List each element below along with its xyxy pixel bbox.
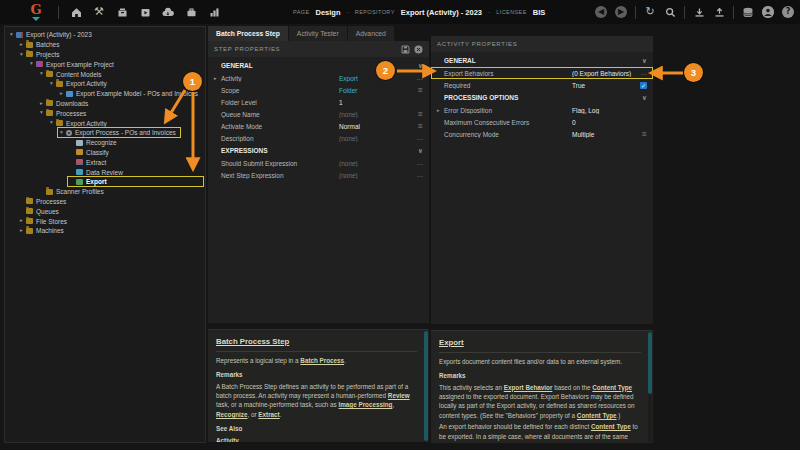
ellipsis-button[interactable]: … [637, 69, 647, 77]
tree-item-downloads[interactable]: ▸Downloads [5, 99, 205, 109]
help-link-batch-process[interactable]: Batch Process [300, 357, 344, 364]
scrollbar-thumb[interactable] [648, 332, 652, 394]
help-link-image-processing[interactable]: Image Processing [339, 401, 393, 408]
tab-advanced[interactable]: Advanced [348, 26, 394, 41]
help-link-extract[interactable]: Extract [258, 411, 279, 418]
section-processing-options[interactable]: PROCESSING OPTIONS∨ [431, 91, 653, 104]
tree-item-export-example-model-pos-and-invoices[interactable]: ▸Export Example Model - POs and Invoices [5, 89, 205, 99]
tree-item-extract[interactable]: Extract [5, 157, 205, 167]
caret-expanded-icon[interactable]: ▾ [18, 50, 25, 60]
section-general[interactable]: GENERAL∨ [208, 59, 429, 72]
tree-item-processes[interactable]: Processes [5, 197, 205, 207]
menu-icon[interactable]: ≡ [637, 130, 647, 138]
scrollbar-thumb[interactable] [424, 331, 428, 441]
property-value[interactable]: 1 [339, 99, 413, 106]
property-value[interactable]: Multiple [572, 131, 637, 138]
help-link-content-type[interactable]: Content Type [592, 384, 632, 391]
tree-item-export-example-project[interactable]: ▾Export Example Project [5, 59, 205, 69]
checkbox-checked-icon[interactable]: ✓ [640, 82, 647, 89]
caret-collapsed-icon[interactable]: ▸ [18, 40, 25, 50]
help-link-review[interactable]: Review [388, 392, 410, 399]
tree-item-projects[interactable]: ▾Projects [5, 50, 205, 60]
tree-item-export-activity-2023[interactable]: ▾Export (Activity) - 2023 [5, 30, 205, 40]
menu-icon[interactable]: ≡ [413, 110, 423, 118]
save-icon[interactable] [401, 45, 410, 54]
tree-item-export-process-pos-and-invoices[interactable]: ▾Export Process - POs and Invoices [5, 128, 205, 138]
caret-expanded-icon[interactable]: ▾ [48, 118, 55, 128]
property-value[interactable]: (none) [339, 172, 413, 179]
caret-collapsed-icon[interactable]: ▸ [58, 89, 65, 99]
ellipsis-button[interactable]: … [413, 74, 423, 82]
user-icon[interactable] [762, 6, 774, 18]
tree-item-classify[interactable]: Classify [5, 148, 205, 158]
property-row-scope[interactable]: ScopeFolder≡ [208, 84, 429, 96]
tree-item-processes[interactable]: ▾Processes [5, 108, 205, 118]
caret-expanded-icon[interactable]: ▾ [28, 59, 35, 69]
database-icon[interactable] [742, 6, 754, 18]
property-value[interactable]: Export [339, 75, 413, 82]
refresh-icon[interactable]: ↻ [644, 6, 656, 18]
property-value[interactable]: True [572, 82, 640, 89]
ellipsis-button[interactable]: … [413, 159, 423, 167]
property-row-export-behaviors[interactable]: Export Behaviors(0 Export Behaviors)… [431, 67, 653, 79]
section-collapse-icon[interactable]: ∨ [413, 147, 423, 155]
property-value[interactable]: Normal [339, 123, 413, 130]
back-icon[interactable]: ◀ [595, 6, 607, 18]
help-link-activity[interactable]: Activity [216, 437, 239, 442]
property-value[interactable]: Folder [339, 87, 413, 94]
design-tools-icon[interactable]: ⚒ [93, 6, 105, 18]
batches-icon[interactable] [116, 6, 128, 18]
forward-icon[interactable]: ▶ [615, 6, 627, 18]
tab-activity-tester[interactable]: Activity Tester [289, 26, 347, 41]
tree-item-data-review[interactable]: Data Review [5, 167, 205, 177]
ellipsis-button[interactable]: … [413, 171, 423, 179]
tree-item-export-activity[interactable]: ▾Export Activity [5, 118, 205, 128]
property-row-concurrency-mode[interactable]: Concurrency ModeMultiple≡ [431, 128, 653, 140]
help-icon[interactable]: ? [782, 6, 794, 18]
property-value[interactable]: (0 Export Behaviors) [572, 70, 637, 77]
tree-item-recognize[interactable]: Recognize [5, 138, 205, 148]
property-value[interactable]: 0 [572, 119, 637, 126]
tree-item-content-models[interactable]: ▾Content Models [5, 69, 205, 79]
section-expressions[interactable]: EXPRESSIONS∨ [208, 144, 429, 157]
caret-expanded-icon[interactable]: ▾ [38, 69, 45, 79]
tree-item-export[interactable]: Export [5, 177, 205, 187]
tree-item-scanner-profiles[interactable]: Scanner Profiles [5, 187, 205, 197]
property-row-maximum-consecutive-errors[interactable]: Maximum Consecutive Errors0 [431, 116, 653, 128]
menu-icon[interactable]: ≡ [413, 86, 423, 94]
caret-collapsed-icon[interactable]: ▸ [38, 99, 45, 109]
caret-expanded-icon[interactable]: ▾ [48, 79, 55, 89]
tree-item-export-activity[interactable]: ▾Export Activity [5, 79, 205, 89]
tree-item-machines[interactable]: ▸Machines [5, 226, 205, 236]
property-row-activate-mode[interactable]: Activate ModeNormal≡ [208, 120, 429, 132]
tree-item-batches[interactable]: ▸Batches [5, 40, 205, 50]
tab-batch-process-step[interactable]: Batch Process Step [208, 26, 288, 41]
close-icon[interactable] [414, 45, 423, 54]
caret-expanded-icon[interactable]: ▾ [38, 108, 45, 118]
expander-icon[interactable]: ▸ [437, 107, 444, 113]
download-icon[interactable] [693, 6, 705, 18]
review-icon[interactable] [139, 6, 151, 18]
property-row-queue-name[interactable]: Queue Name(none)≡ [208, 108, 429, 120]
property-row-required[interactable]: RequiredTrue✓ [431, 79, 653, 91]
help-link-recognize[interactable]: Recognize [216, 411, 248, 418]
stats-icon[interactable] [208, 6, 220, 18]
section-collapse-icon[interactable]: ∨ [413, 62, 423, 70]
caret-expanded-icon[interactable]: ▾ [58, 128, 65, 138]
property-value[interactable]: Flag, Log [572, 107, 637, 114]
help-link-content-type[interactable]: Content Type [591, 423, 631, 430]
tree-item-queues[interactable]: Queues [5, 206, 205, 216]
grooper-logo[interactable]: G [27, 1, 45, 23]
upload-icon[interactable] [713, 6, 725, 18]
caret-collapsed-icon[interactable]: ▸ [18, 226, 25, 236]
expander-icon[interactable]: ▸ [214, 75, 221, 81]
property-value[interactable]: (none) [339, 160, 413, 167]
section-collapse-icon[interactable]: ∨ [637, 94, 647, 102]
property-row-next-step-expression[interactable]: Next Step Expression(none)… [208, 169, 429, 181]
section-general[interactable]: GENERAL∨ [431, 54, 653, 67]
menu-icon[interactable]: ≡ [413, 122, 423, 130]
caret-collapsed-icon[interactable]: ▸ [18, 216, 25, 226]
property-value[interactable]: (none) [339, 135, 413, 142]
property-row-folder-level[interactable]: Folder Level1 [208, 96, 429, 108]
search-icon[interactable] [664, 6, 676, 18]
